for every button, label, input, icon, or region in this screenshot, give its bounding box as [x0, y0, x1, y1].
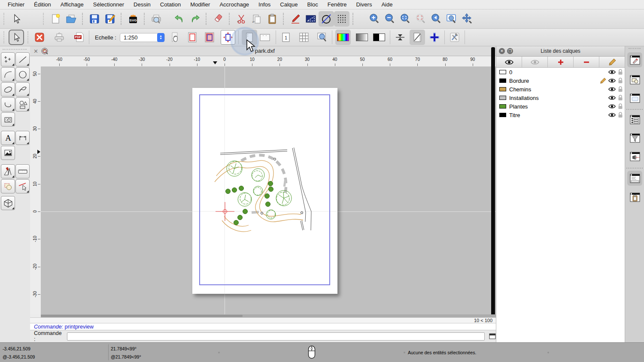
command-window-toggle-icon[interactable]	[489, 333, 496, 339]
export-pdf-button[interactable]: PDF	[72, 30, 86, 44]
zoom-in-button[interactable]	[367, 11, 382, 27]
toolbar-drag-handle[interactable]	[3, 13, 5, 25]
preferences-button[interactable]	[448, 30, 462, 44]
selection-filter-dock-button[interactable]	[627, 130, 642, 145]
menu-item-infos[interactable]: Infos	[254, 1, 275, 8]
toolbar-drag-handle[interactable]	[43, 13, 45, 25]
grayscale-button[interactable]	[354, 30, 370, 45]
layer-lock-icon[interactable]	[618, 112, 623, 118]
selection-pointer-button[interactable]	[9, 11, 24, 27]
edit-pencil-button[interactable]	[288, 11, 303, 27]
menu-item-accrochage[interactable]: Accrochage	[215, 1, 254, 8]
menu-item-fenetre[interactable]: Fenêtre	[323, 1, 352, 8]
dimension-tools-button[interactable]	[15, 131, 30, 145]
fit-drawing-to-page-button[interactable]	[221, 30, 235, 45]
ellipse-tools-button[interactable]	[1, 82, 15, 97]
layer-list-dock-button[interactable]	[627, 52, 642, 67]
grid-toggle-button[interactable]	[334, 11, 349, 27]
new-document-button[interactable]	[48, 11, 64, 27]
layer-lock-icon[interactable]	[618, 69, 623, 75]
landscape-button[interactable]	[257, 30, 273, 45]
polyline-tools-button[interactable]	[1, 97, 15, 112]
single-page-button[interactable]: 1	[279, 30, 293, 44]
layer-visible-icon[interactable]	[608, 112, 616, 118]
svg-export-button[interactable]: SVG	[125, 11, 141, 27]
spline-tools-button[interactable]	[15, 82, 30, 97]
text-tools-button[interactable]: A	[1, 131, 15, 145]
layer-visible-icon[interactable]	[608, 69, 616, 75]
modify-tools-button[interactable]	[15, 179, 30, 193]
delete-button[interactable]	[210, 11, 226, 27]
draw-tools-button[interactable]	[1, 164, 15, 178]
edit-layer-button[interactable]	[599, 57, 625, 67]
menu-item-calque[interactable]: Calque	[275, 1, 302, 8]
canvas-side-scrollbar[interactable]	[491, 47, 495, 318]
redo-button[interactable]	[187, 11, 203, 27]
layer-lock-icon[interactable]	[618, 103, 623, 109]
menu-item-affichage[interactable]: Affichage	[56, 1, 88, 8]
layer-row[interactable]: Plantes	[496, 102, 625, 111]
layer-row[interactable]: Bordure	[496, 76, 625, 85]
menu-item-edition[interactable]: Édition	[29, 1, 56, 8]
previous-view-button[interactable]	[428, 11, 444, 27]
property-editor-dock-button[interactable]	[627, 90, 642, 106]
line-tools-button[interactable]	[15, 52, 30, 66]
auto-zoom-button[interactable]	[398, 11, 413, 27]
scale-select[interactable]: 1:250 ▲▼	[120, 33, 165, 42]
layer-lock-icon[interactable]	[618, 78, 623, 84]
toolbar-drag-handle[interactable]	[27, 31, 29, 43]
add-layer-button[interactable]	[548, 57, 574, 67]
drawing-sheet-toggle-button[interactable]	[410, 30, 425, 45]
circle-tools-button[interactable]	[15, 67, 30, 81]
block-list-dock-button[interactable]	[627, 72, 642, 87]
zoom-out-button[interactable]	[382, 11, 398, 27]
menu-item-dessin[interactable]: Dessin	[129, 1, 155, 8]
print-preview-button[interactable]	[149, 11, 164, 27]
solid-tools-button[interactable]	[1, 196, 15, 210]
close-print-preview-button[interactable]	[33, 30, 46, 44]
layer-visible-icon[interactable]	[608, 78, 616, 83]
zoom-window-button[interactable]	[444, 11, 459, 27]
image-tools-button[interactable]	[1, 146, 15, 160]
menu-item-aide[interactable]: Aide	[377, 1, 397, 8]
crosshair-button[interactable]	[428, 30, 441, 44]
save-as-button[interactable]	[102, 11, 118, 27]
toolbox-drag-handle[interactable]	[3, 49, 27, 50]
relative-zero-dock-button[interactable]	[627, 149, 642, 164]
open-file-button[interactable]	[64, 11, 79, 27]
construction-toggle-button[interactable]	[319, 11, 334, 27]
stepper-icon[interactable]: ▲▼	[157, 33, 164, 42]
pan-paper-button[interactable]	[168, 30, 182, 44]
point-tools-button[interactable]	[1, 52, 15, 66]
portrait-button[interactable]	[242, 30, 257, 45]
undo-button[interactable]	[172, 11, 187, 27]
document-tab-title[interactable]: * park.dxf	[30, 48, 496, 54]
hatch-tools-button[interactable]	[1, 112, 15, 127]
zoom-selection-button[interactable]	[413, 11, 428, 27]
scrollbar-thumb[interactable]	[41, 315, 243, 317]
multiple-pages-button[interactable]	[297, 30, 311, 44]
full-color-button[interactable]	[335, 30, 351, 45]
measure-button[interactable]	[303, 11, 319, 27]
save-button[interactable]	[87, 11, 102, 27]
show-all-layers-button[interactable]	[496, 57, 522, 67]
hide-all-layers-button[interactable]	[522, 57, 548, 67]
layer-row[interactable]: Chemins	[496, 85, 625, 94]
remove-layer-button[interactable]	[574, 57, 599, 67]
print-button[interactable]	[52, 30, 66, 44]
margins-overlay-button[interactable]	[203, 30, 216, 44]
layer-lock-icon[interactable]	[618, 86, 623, 92]
layer-visible-icon[interactable]	[608, 95, 616, 100]
clipboard-dock-button[interactable]	[627, 190, 642, 205]
layer-lock-icon[interactable]	[618, 95, 623, 101]
paper-borders-button[interactable]	[185, 30, 199, 44]
block-tools-button[interactable]	[1, 179, 15, 193]
menu-item-fichier[interactable]: Fichier	[3, 1, 29, 8]
library-browser-dock-button[interactable]	[627, 112, 642, 127]
drawing-canvas[interactable]	[41, 66, 496, 314]
selection-pointer-button-2[interactable]	[9, 30, 24, 45]
copy-button[interactable]: +	[249, 11, 264, 27]
black-white-button[interactable]	[371, 30, 387, 45]
command-line-dock-button[interactable]	[627, 171, 642, 186]
command-input[interactable]	[67, 332, 485, 341]
